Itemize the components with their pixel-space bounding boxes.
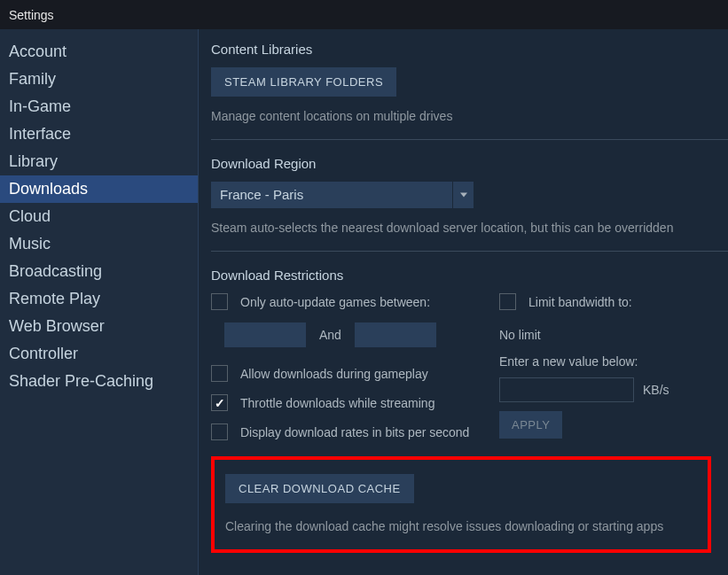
- content-libraries-desc: Manage content locations on multiple dri…: [211, 109, 728, 123]
- bits-per-second-checkbox[interactable]: [211, 423, 228, 440]
- time-range-row: And: [211, 322, 499, 347]
- no-limit-label: No limit: [499, 328, 728, 342]
- clear-download-cache-button[interactable]: CLEAR DOWNLOAD CACHE: [225, 474, 414, 503]
- settings-content: Content Libraries STEAM LIBRARY FOLDERS …: [199, 29, 728, 575]
- restrictions-left-column: Only auto-update games between: And Allo…: [211, 293, 499, 453]
- allow-gameplay-checkbox[interactable]: [211, 365, 228, 382]
- time-start-input[interactable]: [224, 322, 306, 347]
- throttle-streaming-label[interactable]: Throttle downloads while streaming: [240, 396, 434, 410]
- sidebar-item-downloads[interactable]: Downloads: [0, 175, 198, 203]
- download-region-header: Download Region: [211, 156, 728, 171]
- steam-library-folders-button[interactable]: STEAM LIBRARY FOLDERS: [211, 67, 396, 97]
- sidebar-item-web-browser[interactable]: Web Browser: [0, 313, 198, 340]
- clear-cache-highlight: CLEAR DOWNLOAD CACHE Clearing the downlo…: [211, 456, 711, 553]
- download-region-value: France - Paris: [211, 182, 452, 208]
- main-layout: Account Family In-Game Interface Library…: [0, 29, 728, 575]
- bandwidth-input[interactable]: [499, 377, 634, 402]
- sidebar-item-family[interactable]: Family: [0, 66, 198, 93]
- auto-update-checkbox[interactable]: [211, 293, 228, 310]
- download-region-select[interactable]: France - Paris: [211, 182, 474, 208]
- bits-per-second-row: Display download rates in bits per secon…: [211, 423, 499, 440]
- bits-per-second-label[interactable]: Display download rates in bits per secon…: [240, 425, 469, 439]
- sidebar-item-in-game[interactable]: In-Game: [0, 93, 198, 120]
- limit-bandwidth-checkbox[interactable]: [499, 293, 516, 310]
- download-region-desc: Steam auto-selects the nearest download …: [211, 221, 728, 235]
- auto-update-row: Only auto-update games between:: [211, 293, 499, 310]
- sidebar-item-music[interactable]: Music: [0, 230, 198, 258]
- limit-bandwidth-row: Limit bandwidth to:: [499, 293, 728, 310]
- throttle-streaming-row: Throttle downloads while streaming: [211, 394, 499, 411]
- sidebar-item-interface[interactable]: Interface: [0, 120, 198, 148]
- sidebar-item-cloud[interactable]: Cloud: [0, 203, 198, 230]
- sidebar-item-remote-play[interactable]: Remote Play: [0, 285, 198, 313]
- sidebar-item-library[interactable]: Library: [0, 148, 198, 175]
- window-header: Settings: [0, 0, 728, 29]
- clear-cache-desc: Clearing the download cache might resolv…: [225, 519, 697, 533]
- bandwidth-input-row: KB/s: [499, 377, 728, 402]
- enter-value-label: Enter a new value below:: [499, 354, 728, 369]
- settings-sidebar: Account Family In-Game Interface Library…: [0, 29, 199, 575]
- time-end-input[interactable]: [355, 322, 436, 347]
- apply-button[interactable]: APPLY: [499, 411, 562, 439]
- download-restrictions-header: Download Restrictions: [211, 268, 728, 283]
- allow-gameplay-label[interactable]: Allow downloads during gameplay: [240, 367, 428, 381]
- sidebar-item-shader-pre-caching[interactable]: Shader Pre-Caching: [0, 368, 198, 395]
- sidebar-item-account[interactable]: Account: [0, 38, 198, 66]
- limit-bandwidth-label[interactable]: Limit bandwidth to:: [528, 295, 632, 309]
- kbs-label: KB/s: [643, 383, 669, 397]
- divider: [211, 251, 728, 252]
- allow-gameplay-row: Allow downloads during gameplay: [211, 365, 499, 382]
- throttle-streaming-checkbox[interactable]: [211, 394, 228, 411]
- divider: [211, 139, 728, 140]
- svg-marker-0: [460, 193, 467, 198]
- and-label: And: [319, 328, 341, 342]
- restrictions-right-column: Limit bandwidth to: No limit Enter a new…: [499, 293, 728, 453]
- auto-update-label[interactable]: Only auto-update games between:: [240, 295, 430, 309]
- window-title: Settings: [9, 8, 54, 22]
- content-libraries-header: Content Libraries: [211, 42, 728, 57]
- sidebar-item-controller[interactable]: Controller: [0, 340, 198, 368]
- dropdown-arrow-icon: [452, 182, 474, 208]
- sidebar-item-broadcasting[interactable]: Broadcasting: [0, 258, 198, 285]
- restrictions-columns: Only auto-update games between: And Allo…: [211, 293, 728, 453]
